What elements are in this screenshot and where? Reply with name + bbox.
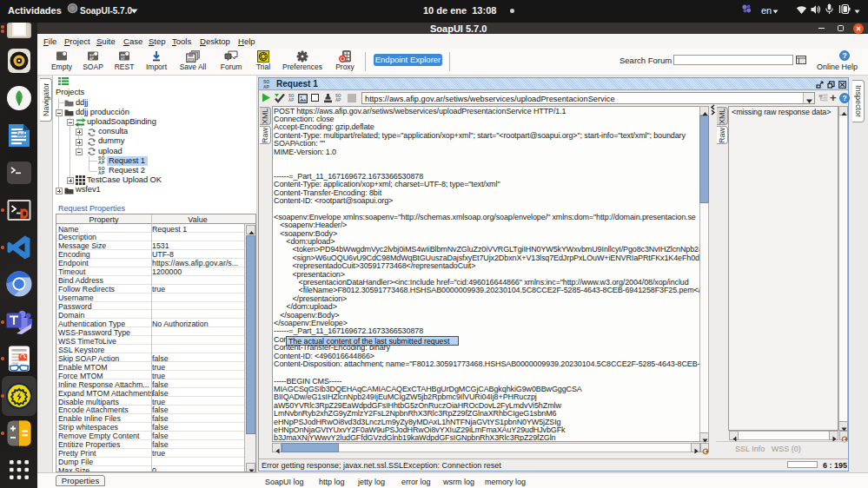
svg-text:AP: AP [89,57,95,61]
svg-text:?: ? [842,94,846,102]
svg-text:?: ? [842,51,846,60]
svg-text:ST: ST [121,57,125,61]
